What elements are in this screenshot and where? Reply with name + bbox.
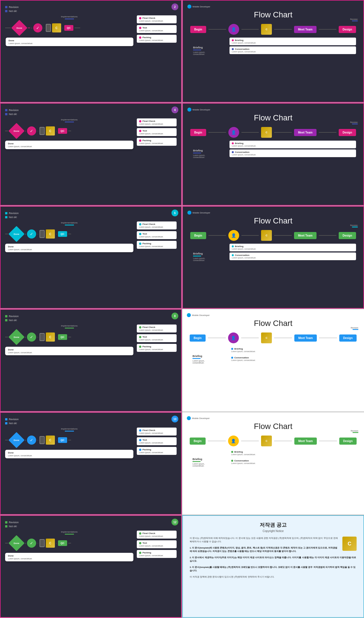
circle-check-node: ✓ <box>33 23 42 32</box>
fc-logo-icon-2 <box>187 5 191 9</box>
phone-node <box>46 24 51 32</box>
slide-7: 8 Revision Not ok! Implementations <box>0 309 182 412</box>
rev-item-3a: Revision <box>5 109 177 112</box>
copyright-section-3: 3. 이 문서(template)를 사용할 때에는 (주)엔픽처의 크레딧을 … <box>190 566 357 572</box>
rev-dot <box>5 6 7 8</box>
fc-detail-convo-2: Conversation Lorem ipsum, consectetuer. <box>229 46 356 54</box>
fc-briefing-text-2b: consectetuer. <box>193 53 219 55</box>
flow-row-3: Done › ✓ › C › QC <box>5 124 133 138</box>
fc-line-2 <box>241 29 259 30</box>
fc-logo-2: Mobile Developer <box>187 5 359 9</box>
flow-conn-1 <box>28 28 30 28</box>
fc-revision-4: Revision <box>350 121 358 124</box>
slide-badge-7: 8 <box>171 313 178 319</box>
fc-line-4d <box>319 132 336 133</box>
fc-title-6: Flow Chart <box>187 216 359 225</box>
tooltip-1: Done Lorem ipsum, consectetuer. <box>6 38 133 46</box>
rev-dot-3b <box>5 113 7 115</box>
revision-labels-3: Revision Not ok! <box>5 109 177 116</box>
fc-line-3 <box>274 29 292 30</box>
fc-briefing-spacer <box>193 38 219 46</box>
check-final: Final Check Lorem ipsum, consectetuer. <box>137 15 177 23</box>
fc-detail-convo-title-2: Conversation <box>232 48 354 50</box>
copyright-subtitle: Copyright Notice <box>190 529 357 533</box>
fc-logo-text-2: Mobile Developer <box>193 5 210 8</box>
impl-bar-1 <box>65 19 74 19</box>
flow-line-start <box>5 28 11 28</box>
fc-detail-briefing-2: Briefing Lorem ipsum, consectetuer. <box>229 38 356 45</box>
tooltip-box-3: Done Lorem ipsum, consectetuer. <box>5 141 133 149</box>
fc-flow-6: Begin 👤 C Meet Team Design <box>187 230 359 241</box>
fc-meetteam-2: Meet Team <box>294 26 317 33</box>
diamond-node: Done <box>12 20 27 35</box>
rev-label: Revision <box>9 6 19 9</box>
fc-begin-2: Begin <box>190 26 206 33</box>
fc-briefing-bar-2 <box>193 50 201 50</box>
fc-detail-convo-text-2: Lorem ipsum, consectetuer. <box>232 51 354 53</box>
rev-item-revision: Revision <box>5 6 177 9</box>
arrow-1: › <box>31 26 32 30</box>
slide-10: Mobile Developer Flow Chart Revision Beg… <box>182 412 364 515</box>
fc-logo-text-4: Mobile Developer <box>193 108 210 111</box>
tooltip-box-1: Done Lorem ipsum, consectetuer. <box>6 38 133 46</box>
fc-detail-4b: Conversation Lorem ipsum, consectetuer. <box>229 149 356 157</box>
diamond-label-3: Done <box>14 130 19 132</box>
rev-item-5b: Not ok! <box>5 216 177 219</box>
checklist-5: Final Check Lorem ipsum, consectetuer. T… <box>137 221 177 252</box>
rev-dot-3a <box>5 109 7 111</box>
check-final-text: Lorem ipsum, consectetuer. <box>139 20 174 22</box>
check-3-packing: Packing Lorem ipsum, consectetuer. <box>137 138 177 146</box>
slide-badge-9: 10 <box>171 416 178 422</box>
fc-logo-6: Mobile Developer <box>187 211 359 215</box>
flow-line-end <box>75 28 80 28</box>
check-3-test: Test Lorem ipsum, consectetuer. <box>137 128 177 136</box>
copyright-section-0: 이 문서는 (주)엔픽처에 의해 제작되었습니다. 이 문서에 있는 모든 내용… <box>190 537 357 543</box>
copyright-logo: C <box>342 537 357 551</box>
fc-revision-2: Revision <box>350 18 358 21</box>
slide-6: Mobile Developer Flow Chart Revision Beg… <box>182 206 364 309</box>
fc-detail-briefing-title-2: Briefing <box>232 39 354 42</box>
check-3-test-title: Test <box>139 130 174 132</box>
arrow-3a: › <box>25 130 26 133</box>
cdot-3c <box>139 139 141 142</box>
slide-badge-3: 4 <box>171 106 178 113</box>
check-test-text: Lorem ipsum, consectetuer. <box>139 30 174 32</box>
rev-dot-2 <box>5 10 7 12</box>
impl-label-1: Implementations <box>5 15 133 18</box>
copyright-title: 저작권 공고 <box>190 521 357 528</box>
tooltip-3: Done Lorem ipsum, consectetuer. <box>5 141 133 149</box>
fc-design-4: Design <box>339 129 356 136</box>
fc-flow-4: Begin 👤 C Meet Team Design <box>187 127 359 138</box>
check-final-title: Final Check <box>139 17 174 19</box>
fc-personal-2: 👤 <box>228 24 239 35</box>
fc-below-2: Briefing Lorem ipsum, consectetuer. Brie… <box>187 38 359 55</box>
fc-gold-2: C <box>261 24 272 35</box>
flow-diagram-3: Implementations Done › ✓ › C › QC <box>5 118 133 149</box>
slide-2: Mobile Developer Flow Chart Revision Beg… <box>182 0 364 102</box>
left-content-1: Implementations Done › ✓ › <box>5 15 177 46</box>
check-dot-1 <box>139 17 141 19</box>
flow-diagram-5: Implementations Done › ✓ › C › QC <box>5 221 133 252</box>
check-dot-2 <box>139 27 141 29</box>
arrow-2: › <box>44 26 44 30</box>
fline-3b <box>68 131 71 131</box>
check-packing-title: Packing <box>139 36 174 39</box>
fc-rev-bar-2 <box>352 20 358 21</box>
fc-details-4: Briefing Lorem ipsum, consectetuer. Conv… <box>221 141 356 158</box>
flow-diagram-1: Implementations Done › ✓ › <box>5 15 133 46</box>
fc-meetteam-4: Meet Team <box>294 129 317 136</box>
fc-begin-4: Begin <box>190 129 206 136</box>
slide-5: 6 Revision Not ok! Implementations <box>0 206 182 309</box>
arrow-3c: › <box>56 130 57 133</box>
copyright-section-1: 1. 이 문서(template)에 사용된 콘텐츠(이미지, 영상, 음악, … <box>190 546 357 553</box>
fc-detail-dot-2 <box>232 48 234 50</box>
fc-briefing-bar-4 <box>193 153 201 153</box>
cdot-3b <box>139 130 141 132</box>
diamond-label: Done <box>16 27 22 29</box>
qc-3: QC <box>58 128 67 134</box>
fc-rev-bar-4 <box>352 124 358 124</box>
slide-11: 12 Revision Not ok! Implementations <box>0 515 182 618</box>
logo-3: C <box>46 126 55 135</box>
fc-line-1 <box>208 29 226 30</box>
check-packing: Packing Lorem ipsum, consectetuer. <box>137 35 177 43</box>
